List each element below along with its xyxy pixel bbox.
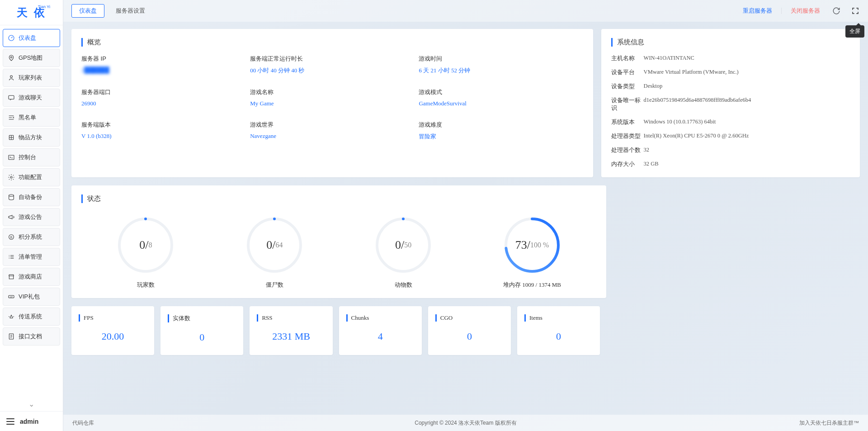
sidebar-item-label: 物品方块 (19, 133, 42, 142)
stat-title: CGO (435, 314, 504, 322)
state-ring-2: 0/50 动物数 (374, 216, 433, 289)
list-icon (8, 253, 15, 260)
progress-ring: 0/8 (116, 216, 175, 275)
ban-icon (8, 114, 15, 121)
stat-value: 20.00 (79, 331, 147, 342)
stat-value: 0 (168, 332, 236, 343)
fullscreen-icon[interactable] (851, 6, 860, 15)
info-value: Windows 10 (10.0.17763) 64bit (644, 118, 716, 126)
logo: 天 依 Tian Yi (0, 0, 63, 25)
sidebar-item-14[interactable]: 传送系统 (3, 308, 60, 326)
menu-toggle-icon[interactable] (6, 418, 14, 425)
sidebar-item-label: 仪表盘 (19, 34, 36, 42)
info-row-3: 设备唯一标识d1e26b075198495d6a4887698fff89adb6… (611, 97, 850, 112)
chat-icon (8, 94, 15, 101)
footer-right-link[interactable]: 加入天依七日杀服主群™ (799, 419, 859, 427)
overview-value: GameModeSurvival (419, 100, 583, 107)
stat-title: Chunks (346, 314, 415, 322)
state-title: 状态 (81, 194, 596, 203)
overview-value: 00 小时 40 分钟 40 秒 (250, 66, 414, 75)
info-value: WIN-41OATINTANC (644, 55, 694, 62)
overview-item-3: 服务器端口26900 (81, 88, 245, 107)
sidebar-item-15[interactable]: 接口文档 (3, 327, 60, 346)
scroll-down-hint[interactable]: ⌄ (0, 398, 63, 411)
stat-card-0: FPS20.00 (71, 306, 154, 355)
overview-label: 游戏时间 (419, 55, 583, 63)
shutdown-server-link[interactable]: 关闭服务器 (789, 7, 822, 15)
sidebar-item-8[interactable]: 自动备份 (3, 188, 60, 206)
svg-text:VIP: VIP (10, 296, 13, 298)
megaphone-icon (8, 213, 15, 221)
overview-item-7: 游戏世界Navezgane (250, 121, 414, 141)
overview-item-6: 服务端版本V 1.0 (b328) (81, 121, 245, 141)
restart-server-link[interactable]: 重启服务器 (741, 7, 774, 15)
svg-point-6 (10, 176, 12, 178)
sidebar-item-11[interactable]: 清单管理 (3, 248, 60, 266)
backup-icon (8, 194, 15, 201)
sidebar-item-label: 功能配置 (19, 173, 42, 181)
store-icon (8, 273, 15, 280)
user-bar[interactable]: admin (0, 411, 63, 431)
stat-card-2: RSS2331 MB (250, 306, 332, 355)
coin-icon: B (8, 233, 15, 241)
sidebar-item-12[interactable]: 游戏商店 (3, 268, 60, 286)
sidebar-item-label: 游戏公告 (19, 213, 42, 221)
tab-0[interactable]: 仪表盘 (71, 4, 104, 18)
refresh-icon[interactable] (832, 6, 841, 15)
overview-value: 26900 (81, 100, 245, 107)
stat-value: 2331 MB (257, 331, 325, 342)
sidebar-item-2[interactable]: 玩家列表 (3, 69, 60, 87)
sidebar-item-9[interactable]: 游戏公告 (3, 208, 60, 226)
state-card: 状态 0/8 玩家数 0/64 僵尸数 (71, 185, 606, 298)
progress-ring: 0/50 (374, 216, 433, 275)
state-ring-0: 0/8 玩家数 (116, 216, 175, 289)
overview-item-8: 游戏难度冒险家 (419, 121, 583, 141)
sidebar-item-7[interactable]: 功能配置 (3, 168, 60, 186)
info-value: 32 (644, 147, 650, 154)
overview-item-2: 游戏时间6 天 21 小时 52 分钟 (419, 55, 583, 75)
overview-value: My Game (250, 100, 414, 107)
info-label: 设备类型 (611, 83, 644, 90)
footer: 代码仓库 Copyright © 2024 洛水天依Team 版权所有 加入天依… (63, 415, 868, 431)
sidebar-item-label: 清单管理 (19, 253, 42, 261)
svg-point-7 (9, 194, 14, 196)
stat-title: 实体数 (168, 314, 236, 322)
svg-rect-3 (9, 95, 14, 99)
sidebar-item-label: 游戏聊天 (19, 94, 42, 102)
stat-card-1: 实体数0 (160, 306, 243, 355)
tab-1[interactable]: 服务器设置 (108, 4, 153, 18)
sidebar-item-0[interactable]: 仪表盘 (3, 29, 60, 47)
sidebar-item-label: 黑名单 (19, 114, 36, 122)
user-icon (8, 74, 15, 81)
footer-left-link[interactable]: 代码仓库 (72, 419, 94, 427)
info-value: 32 GB (644, 161, 659, 168)
state-label: 僵尸数 (245, 281, 304, 289)
sidebar-item-label: 自动备份 (19, 193, 42, 201)
svg-rect-5 (9, 155, 14, 159)
current-user: admin (20, 418, 38, 425)
sidebar-item-label: 接口文档 (19, 332, 42, 341)
stat-card-4: CGO0 (428, 306, 511, 355)
content: 概览 服务器 IP2██████服务端正常运行时长00 小时 40 分钟 40 … (63, 22, 868, 431)
sidebar-item-label: 传送系统 (19, 313, 42, 321)
state-ring-1: 0/64 僵尸数 (245, 216, 304, 289)
info-row-5: 处理器类型Intel(R) Xeon(R) CPU E5-2670 0 @ 2.… (611, 133, 850, 140)
sidebar-item-1[interactable]: GPS地图 (3, 49, 60, 67)
sidebar-item-6[interactable]: 控制台 (3, 148, 60, 166)
doc-icon (8, 333, 15, 340)
overview-label: 服务端版本 (81, 121, 245, 129)
sidebar-item-3[interactable]: 游戏聊天 (3, 89, 60, 107)
overview-label: 游戏模式 (419, 88, 583, 96)
stat-title: FPS (79, 314, 147, 322)
divider (781, 8, 782, 14)
info-value: VMware Virtual Platform (VMware, Inc.) (644, 69, 739, 76)
sidebar-item-13[interactable]: VIPVIP礼包 (3, 288, 60, 306)
sidebar-item-10[interactable]: B积分系统 (3, 228, 60, 246)
info-label: 内存大小 (611, 161, 644, 168)
overview-label: 游戏名称 (250, 88, 414, 96)
stat-card-3: Chunks4 (339, 306, 422, 355)
sidebar-item-4[interactable]: 黑名单 (3, 109, 60, 127)
sidebar-item-5[interactable]: 物品方块 (3, 128, 60, 147)
info-row-7: 内存大小32 GB (611, 161, 850, 168)
svg-point-2 (10, 76, 13, 78)
